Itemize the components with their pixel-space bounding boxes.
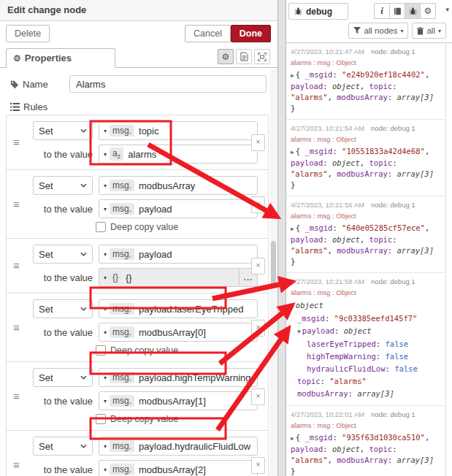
drag-handle-icon[interactable]: ≡ [13,198,20,210]
delete-rule-button[interactable]: × [251,134,265,151]
typed-input-caret-icon[interactable]: ▾ [99,443,110,450]
typed-input-caret-icon[interactable]: ▾ [99,128,110,134]
delete-button[interactable]: Delete [6,25,50,42]
typed-input-caret-icon[interactable]: ▾ [99,398,110,404]
rules-list: ≡Set▾msg.topicto the value▾azalarms×≡Set… [6,115,269,476]
property-field[interactable]: ▾msg.payload.hydraulicFluidLow [99,437,258,456]
rule-row: ≡Set▾msg.topicto the value▾azalarms× [7,115,268,170]
typed-input-caret-icon[interactable]: ▾ [99,306,110,312]
tab-properties[interactable]: ⚙Properties [6,48,115,68]
debug-filter-row: all nodes ▾ all ▾ [348,23,446,39]
action-select-value: Set [39,249,53,260]
tab-debug-label: debug [306,7,332,17]
value-field[interactable]: ▾{}{}... [99,268,258,287]
typed-input-value: modbusArray[2] [139,464,206,475]
settings-tab-button[interactable]: ⚙ [420,3,436,19]
property-field[interactable]: ▾msg.payload [99,245,258,264]
name-input[interactable] [69,75,267,93]
delete-rule-button[interactable]: × [251,457,265,474]
message-topic-meta: alarms : msg : Object [291,288,443,296]
delete-rule-button[interactable]: × [251,196,265,213]
tag-icon [10,80,19,89]
collapse-caret-icon[interactable]: ▼ [291,303,294,310]
rules-label-text: Rules [23,101,47,112]
drag-handle-icon[interactable]: ≡ [13,321,20,334]
typed-input-caret-icon[interactable]: ▾ [99,375,110,381]
help-tab-button[interactable] [389,3,405,19]
chevron-down-icon [80,375,87,380]
property-field[interactable]: ▾msg.modbusArray [99,176,258,195]
value-field[interactable]: ▾msg.modbusArray[0] [99,323,258,342]
typed-input-value: modbusArray[1] [139,396,206,407]
edit-change-node-panel: Edit change node Delete Cancel Done ⚙Pro… [0,0,278,476]
typed-input-caret-icon[interactable]: ▾ [99,251,110,258]
gear-icon: ⚙ [424,6,432,16]
cancel-button[interactable]: Cancel [185,25,231,42]
typed-input-caret-icon[interactable]: ▾ [99,206,110,212]
chevron-down-icon [80,307,87,311]
info-tab-button[interactable]: i [374,3,390,19]
tab-properties-label: Properties [25,53,72,64]
property-field[interactable]: ▾msg.topic [99,121,258,140]
expand-caret-icon[interactable]: ▶ [291,149,294,156]
property-field[interactable]: ▾msg.payload.highTempWarning [99,368,258,387]
sidebar-menu-caret[interactable]: ▾ [445,6,449,13]
value-field[interactable]: ▾msg.modbusArray[2] [99,460,258,476]
expand-caret-icon[interactable]: ▶ [291,72,294,79]
action-select[interactable]: Set [33,437,93,456]
action-select[interactable]: Set [33,368,93,387]
string-type-icon: az [110,147,123,161]
typed-input-value: payload.laserEyeTripped [139,304,243,315]
typed-input-caret-icon[interactable]: ▾ [99,151,110,158]
action-select[interactable]: Set [33,299,93,318]
dialog-title: Edit change node [0,0,277,21]
deep-copy-checkbox[interactable] [96,222,106,232]
tab-debug[interactable]: debug [288,3,348,20]
property-field[interactable]: ▾msg.payload.laserEyeTripped [99,299,258,318]
deep-copy-checkbox[interactable] [96,345,106,356]
drag-handle-icon[interactable]: ≡ [13,136,20,148]
expand-caret-icon[interactable]: ▶ [291,226,294,232]
value-field[interactable]: ▾azalarms [99,145,258,164]
debug-message: 4/27/2023, 10:21:54 AMnode: debug 1alarm… [286,120,445,196]
deep-copy-checkbox[interactable] [96,414,106,424]
filter-nodes-button[interactable]: all nodes ▾ [348,23,408,39]
dialog-toolbar: Delete Cancel Done [0,21,277,45]
done-button[interactable]: Done [231,25,271,42]
drag-handle-icon[interactable]: ≡ [13,458,20,471]
debug-tab-button[interactable] [405,3,421,19]
drag-handle-icon[interactable]: ≡ [13,390,20,402]
deep-copy-label: Deep copy value [110,414,178,424]
action-select[interactable]: Set [33,121,93,140]
appearance-view-button[interactable] [254,49,270,64]
delete-rule-button[interactable]: × [251,388,265,405]
description-view-button[interactable] [236,49,252,64]
properties-view-button[interactable]: ⚙ [218,49,234,64]
collapse-caret-icon[interactable]: ▼ [297,329,301,335]
msg-type-chip: msg. [110,203,134,215]
value-field[interactable]: ▾msg.modbusArray[1] [99,391,258,410]
clear-messages-button[interactable]: all ▾ [412,23,446,39]
delete-rule-button[interactable]: × [251,320,265,337]
drag-handle-icon[interactable]: ≡ [13,259,20,272]
document-icon [240,52,248,61]
scrollbar-thumb[interactable] [271,241,276,285]
typed-input-caret-icon[interactable]: ▾ [99,275,110,281]
rule-row: ≡Set▾msg.payloadto the value▾{}{}...× [7,239,268,293]
expand-caret-icon[interactable]: ▶ [291,435,294,442]
typed-input-caret-icon[interactable]: ▾ [99,329,110,336]
typed-input-value: {} [126,272,132,283]
typed-input-value: topic [139,126,158,137]
msg-type-chip: msg. [110,303,134,315]
typed-input-caret-icon[interactable]: ▾ [99,467,110,473]
delete-rule-button[interactable]: × [251,258,265,275]
funnel-icon [353,27,361,34]
action-select[interactable]: Set [33,176,93,195]
typed-input-value: payload [139,204,172,215]
message-timestamp: 4/27/2023, 10:21:54 AMnode: debug 1 [291,124,443,132]
rule-row: ≡Set▾msg.payload.hydraulicFluidLowto the… [7,431,268,476]
clear-messages-label: all [426,26,435,35]
value-field[interactable]: ▾msg.payload [99,199,258,218]
typed-input-caret-icon[interactable]: ▾ [99,183,110,189]
action-select[interactable]: Set [33,245,93,264]
